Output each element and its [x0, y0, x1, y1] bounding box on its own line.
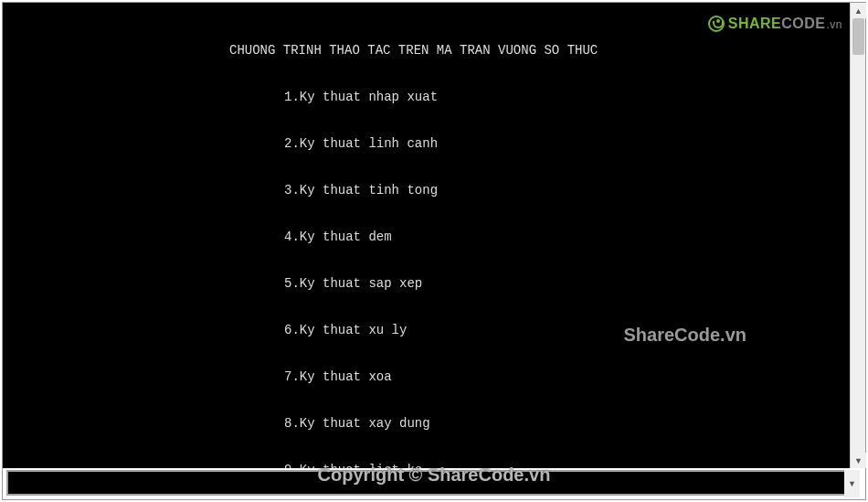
scroll-thumb[interactable] [852, 18, 864, 55]
vertical-scrollbar[interactable]: ▲ ▼ [850, 3, 865, 468]
menu-item: 3.Ky thuat tinh tong [3, 183, 850, 198]
menu-item: 8.Ky thuat xay dung [3, 416, 850, 432]
center-watermark: ShareCode.vn [624, 325, 746, 346]
menu-item: 5.Ky thuat sap xep [3, 276, 850, 292]
program-title: CHUONG TRINH THAO TAC TREN MA TRAN VUONG… [3, 43, 850, 59]
logo-watermark: SHARECODE.vn [708, 16, 842, 32]
menu-item: 2.Ky thuat linh canh [3, 136, 850, 152]
dropdown-arrow-icon[interactable]: ▼ [844, 470, 860, 497]
console-output: CHUONG TRINH THAO TAC TREN MA TRAN VUONG… [3, 3, 850, 468]
window-frame: CHUONG TRINH THAO TAC TREN MA TRAN VUONG… [2, 2, 866, 500]
sharecode-logo-icon [708, 16, 725, 32]
menu-item: 7.Ky thuat xoa [3, 369, 850, 385]
copyright-text: Copyright © ShareCode.vn [318, 465, 551, 486]
menu-item: 1.Ky thuat nhap xuat [3, 90, 850, 105]
scroll-down-button[interactable]: ▼ [851, 453, 866, 468]
menu-item: 4.Ky thuat dem [3, 230, 850, 245]
scroll-up-button[interactable]: ▲ [851, 3, 866, 18]
logo-text: SHARECODE.vn [728, 16, 842, 32]
